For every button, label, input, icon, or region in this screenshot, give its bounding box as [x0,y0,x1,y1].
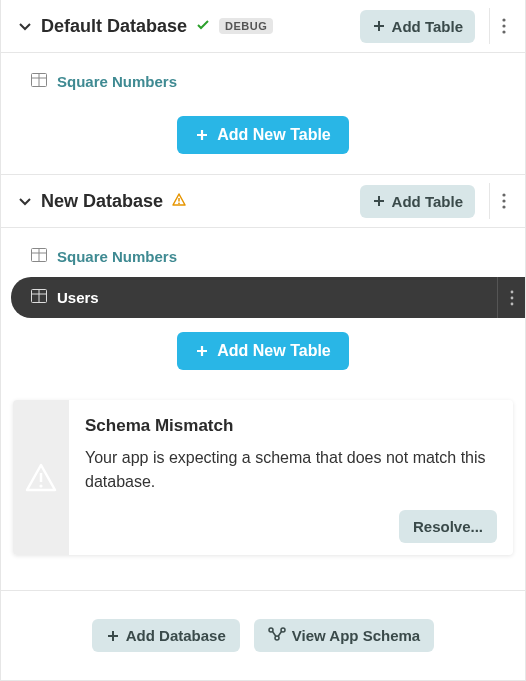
resolve-button[interactable]: Resolve... [399,510,497,543]
warning-message: Your app is expecting a schema that does… [85,446,497,494]
svg-point-17 [510,290,513,293]
svg-point-1 [502,24,505,27]
footer: Add Database View App Schema [1,590,525,680]
table-icon [31,289,47,306]
add-database-label: Add Database [126,627,226,644]
table-name: Users [57,289,99,306]
svg-point-19 [510,302,513,305]
database-section: Default Database DEBUG Add Table Square … [1,0,525,174]
table-name: Square Numbers [57,248,177,265]
table-row-active[interactable]: Users [11,277,525,318]
chevron-down-icon[interactable] [17,193,33,209]
svg-point-21 [39,484,42,487]
table-icon [31,248,47,265]
database-section: New Database Add Table Square Numbers [1,174,525,575]
table-name: Square Numbers [57,73,177,90]
warning-card-icon [13,400,69,555]
svg-point-8 [502,193,505,196]
svg-point-7 [178,202,180,204]
warning-card: Schema Mismatch Your app is expecting a … [13,400,513,555]
more-icon[interactable] [489,183,517,219]
chevron-down-icon[interactable] [17,18,33,34]
add-new-table-label: Add New Table [217,126,331,144]
database-header: Default Database DEBUG Add Table [1,0,525,53]
table-row[interactable]: Square Numbers [1,236,525,277]
add-new-table-button[interactable]: Add New Table [177,332,349,370]
view-app-schema-button[interactable]: View App Schema [254,619,434,652]
add-database-button[interactable]: Add Database [92,619,240,652]
add-table-label: Add Table [392,193,463,210]
add-new-table-label: Add New Table [217,342,331,360]
add-new-table-button[interactable]: Add New Table [177,116,349,154]
database-title: New Database [41,191,163,212]
table-row[interactable]: Square Numbers [1,61,525,102]
more-icon[interactable] [489,8,517,44]
check-icon [195,17,211,36]
schema-icon [268,627,286,644]
svg-point-22 [269,628,273,632]
view-app-schema-label: View App Schema [292,627,420,644]
table-list: Square Numbers Users [1,228,525,318]
add-table-button[interactable]: Add Table [360,185,475,218]
warning-icon [171,192,187,211]
svg-point-0 [502,18,505,21]
add-table-label: Add Table [392,18,463,35]
more-icon[interactable] [497,277,525,318]
resolve-label: Resolve... [413,518,483,535]
add-table-button[interactable]: Add Table [360,10,475,43]
warning-title: Schema Mismatch [85,416,497,436]
database-header: New Database Add Table [1,174,525,228]
svg-point-18 [510,296,513,299]
svg-point-23 [281,628,285,632]
svg-point-10 [502,205,505,208]
table-icon [31,73,47,90]
database-title: Default Database [41,16,187,37]
svg-point-9 [502,199,505,202]
debug-badge: DEBUG [219,18,273,34]
svg-point-2 [502,30,505,33]
table-list: Square Numbers [1,53,525,102]
